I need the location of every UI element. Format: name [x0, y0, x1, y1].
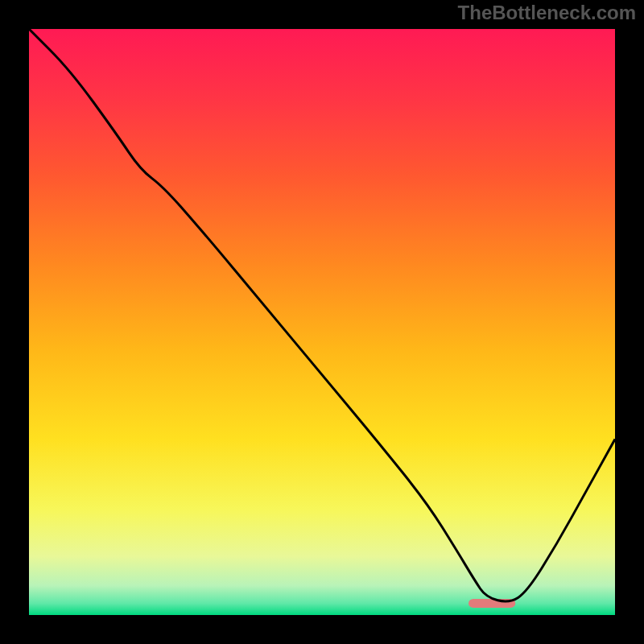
bottleneck-chart: TheBottleneck.com	[0, 0, 644, 644]
gradient-background	[29, 29, 615, 615]
chart-svg	[0, 0, 644, 644]
watermark-label: TheBottleneck.com	[458, 2, 636, 24]
